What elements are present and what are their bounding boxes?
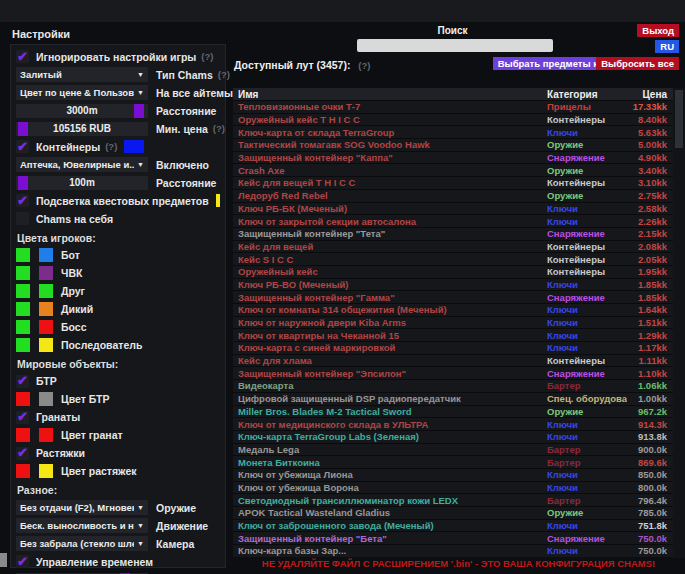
player-visible-color-swatch[interactable] (16, 248, 30, 262)
table-row[interactable]: Тактический томагавк SOG Voodoo HawkОруж… (233, 139, 673, 152)
player-type-color-swatch[interactable] (39, 248, 53, 262)
table-row[interactable]: Защищенный контейнер "Эпсилон"Снаряжение… (233, 367, 673, 380)
distance-slider[interactable]: 3000m (16, 104, 148, 118)
table-row[interactable]: Ключ от квартиры на Чеканной 15Ключи1.29… (233, 329, 673, 342)
table-row[interactable]: Ключ-карта базы Зар...Ключи750.0k (233, 545, 673, 557)
world-object-color-swatch[interactable] (16, 392, 30, 406)
table-row[interactable]: Защищенный контейнер "Тета"Снаряжение2.1… (233, 228, 673, 241)
table-row[interactable]: APOK Tactical Wasteland GladiusОружие785… (233, 507, 673, 520)
edge-handle[interactable] (0, 553, 7, 567)
help-hint[interactable]: (?) (201, 51, 213, 62)
item-name: Ключ от наружной двери Kiba Arms (233, 317, 547, 328)
player-visible-color-swatch[interactable] (16, 338, 30, 352)
world-object-checkbox[interactable]: ✔ (16, 447, 29, 460)
help-hint[interactable]: (?) (358, 60, 370, 71)
language-button[interactable]: RU (655, 40, 679, 53)
help-hint[interactable]: (?) (105, 141, 117, 152)
world-object-checkbox[interactable]: ✔ (16, 411, 29, 424)
table-row[interactable]: Ключ РБ-БК (Меченый)Ключи2.58kk (233, 203, 673, 216)
table-row[interactable]: Ключ от закрытой секции автосалонаКлючи2… (233, 215, 673, 228)
world-object-checkbox[interactable]: ✔ (16, 375, 29, 388)
available-loot-text: Доступный лут (3457): (234, 59, 350, 71)
table-row[interactable]: Монета БиткоинаБартер869.6k (233, 456, 673, 469)
ignore-game-settings-label: Игнорировать настройки игры (36, 51, 196, 63)
chams-type-dropdown[interactable]: Залитый ▼ (16, 67, 148, 82)
containers-color-swatch[interactable] (124, 140, 144, 153)
slider-handle[interactable] (134, 104, 144, 118)
weapon-row: Без отдачи (F2), Мгновенное п ▼ Оружие (16, 500, 220, 515)
player-type-color-swatch[interactable] (39, 320, 53, 334)
ignore-game-settings-checkbox[interactable]: ✔ (16, 50, 29, 63)
table-row[interactable]: Ключ от комнаты 314 общежития (Меченый)К… (233, 304, 673, 317)
slider-handle[interactable] (18, 122, 28, 136)
containers-checkbox[interactable]: ✔ (16, 140, 29, 153)
weapon-dropdown[interactable]: Без отдачи (F2), Мгновенное п ▼ (16, 500, 148, 515)
table-scrollbar[interactable] (673, 88, 685, 558)
table-row[interactable]: Кейс для вещейКонтейнеры2.08kk (233, 241, 673, 254)
quest-highlight-color-swatch[interactable] (216, 194, 220, 207)
containers-distance-slider[interactable]: 100m (16, 176, 148, 190)
table-row[interactable]: Ключ-карта TerraGroup Labs (Зеленая)Ключ… (233, 431, 673, 444)
scrollbar-thumb[interactable] (675, 90, 683, 148)
world-object-color-swatch[interactable] (39, 464, 53, 478)
slider-value: 105156 RUB (16, 123, 148, 134)
time-control-checkbox[interactable]: ✔ (16, 555, 29, 568)
table-row[interactable]: Ключ РБ-ВО (Меченый)Ключи1.85kk (233, 279, 673, 292)
player-visible-color-swatch[interactable] (16, 320, 30, 334)
player-visible-color-swatch[interactable] (16, 284, 30, 298)
world-object-color-swatch[interactable] (16, 428, 30, 442)
all-items-dropdown[interactable]: Цвет по цене & Пользователь ▼ (16, 85, 148, 100)
player-type-color-swatch[interactable] (39, 302, 53, 316)
world-object-color-swatch[interactable] (16, 464, 30, 478)
world-object-color-swatch[interactable] (39, 428, 53, 442)
table-row[interactable]: Защищенный контейнер "Бета"Снаряжение750… (233, 532, 673, 545)
table-row[interactable]: Ключ-карта с синей маркировкойКлючи1.17k… (233, 342, 673, 355)
help-hint[interactable]: (?) (218, 69, 230, 80)
table-row[interactable]: Ключ-карта от склада TerraGroupКлючи5.63… (233, 126, 673, 139)
table-row[interactable]: Кейс для хламаКонтейнеры1.11kk (233, 355, 673, 368)
table-row[interactable]: Ключ от убежища ВоронаКлючи800.0k (233, 482, 673, 495)
window-titlebar[interactable] (0, 0, 685, 22)
table-row[interactable]: Медаль LegaБартер900.0k (233, 444, 673, 457)
table-row[interactable]: Ледоруб Red RebelОружие2.75kk (233, 190, 673, 203)
table-row[interactable]: Ключ от убежища ЛионаКлючи850.0k (233, 469, 673, 482)
help-hint[interactable]: (?) (213, 123, 225, 134)
table-row[interactable]: Оружейный кейс T H I C CКонтейнеры8.40kk (233, 114, 673, 127)
table-row[interactable]: Защищенный контейнер "Каппа"Снаряжение4.… (233, 152, 673, 165)
table-row[interactable]: Crash AxeОружие3.40kk (233, 164, 673, 177)
player-visible-color-swatch[interactable] (16, 266, 30, 280)
search-input[interactable] (357, 39, 553, 52)
table-row[interactable]: Цифровой защищенный DSP радиопередатчикС… (233, 393, 673, 406)
world-object-color-swatch[interactable] (39, 392, 53, 406)
table-row[interactable]: Ключ от заброшенного завода (Меченый)Клю… (233, 520, 673, 533)
table-row[interactable]: Кейс S I C CКонтейнеры2.05kk (233, 253, 673, 266)
player-type-color-swatch[interactable] (39, 284, 53, 298)
drop-all-button[interactable]: Выбросить все (596, 57, 679, 70)
table-row[interactable]: Miller Bros. Blades M-2 Tactical SwordОр… (233, 406, 673, 419)
quest-highlight-checkbox[interactable]: ✔ (16, 194, 29, 207)
movement-dropdown[interactable]: Беск. выносливость и нет уста ▼ (16, 518, 148, 533)
table-row[interactable]: Светодиодный трансиллюминатор кожи LEDXБ… (233, 494, 673, 507)
table-row[interactable]: Тепловизионные очки Т-7Прицелы17.33kk (233, 101, 673, 114)
table-row[interactable]: Кейс для вещей T H I C CКонтейнеры3.10kk (233, 177, 673, 190)
player-visible-color-swatch[interactable] (16, 302, 30, 316)
item-price: 2.15kk (627, 228, 673, 239)
table-row[interactable]: Оружейный кейсКонтейнеры1.95kk (233, 266, 673, 279)
exit-button[interactable]: Выход (637, 24, 679, 37)
camera-dropdown[interactable]: Без забрала (стекло шлема) ▼ (16, 536, 148, 551)
slider-handle[interactable] (18, 176, 28, 190)
player-type-color-swatch[interactable] (39, 338, 53, 352)
chams-self-checkbox[interactable]: ✔ (16, 212, 29, 225)
table-row[interactable]: Защищенный контейнер "Гамма"Снаряжение1.… (233, 291, 673, 304)
table-row[interactable]: Ключ от медицинского склада в УЛЬТРАКлюч… (233, 418, 673, 431)
column-header-price[interactable]: Цена (627, 89, 673, 100)
containers-filter-dropdown[interactable]: Аптечка, Ювелирные и... ▼ (16, 157, 148, 172)
item-price: 1.11kk (627, 355, 673, 366)
table-row[interactable]: Ключ от наружной двери Kiba ArmsКлючи1.5… (233, 317, 673, 330)
column-header-category[interactable]: Категория (547, 89, 627, 100)
min-price-slider[interactable]: 105156 RUB (16, 122, 148, 136)
table-row[interactable]: ВидеокартаБартер1.06kk (233, 380, 673, 393)
item-name: Ключ-карта с синей маркировкой (233, 342, 547, 353)
column-header-name[interactable]: Имя (233, 89, 547, 100)
player-type-color-swatch[interactable] (39, 266, 53, 280)
